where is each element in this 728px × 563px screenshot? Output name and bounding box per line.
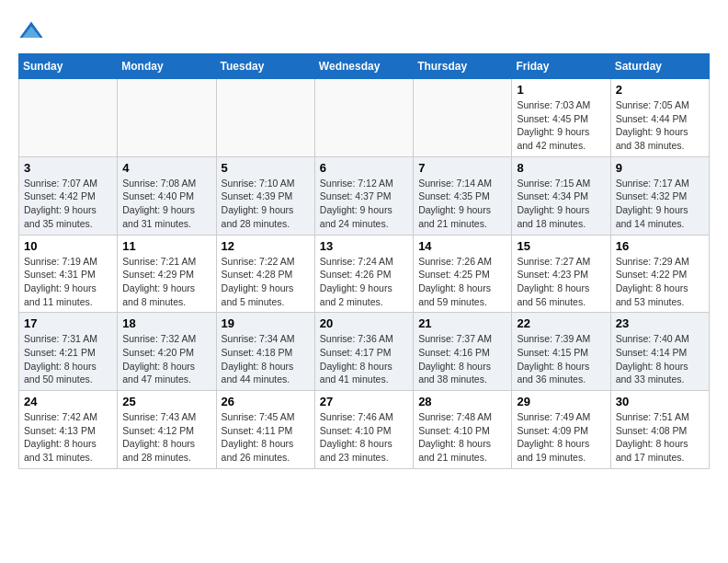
day-info: Sunrise: 7:42 AM Sunset: 4:13 PM Dayligh… [24, 410, 112, 465]
day-info: Sunrise: 7:17 AM Sunset: 4:32 PM Dayligh… [616, 177, 704, 231]
day-number: 11 [122, 239, 210, 253]
day-info: Sunrise: 7:51 AM Sunset: 4:08 PM Dayligh… [616, 410, 704, 465]
calendar-day-5: 5Sunrise: 7:10 AM Sunset: 4:39 PM Daylig… [216, 156, 314, 235]
day-info: Sunrise: 7:12 AM Sunset: 4:37 PM Dayligh… [320, 177, 408, 231]
calendar-week-row: 17Sunrise: 7:31 AM Sunset: 4:21 PM Dayli… [19, 313, 710, 391]
day-number: 1 [517, 83, 605, 97]
day-info: Sunrise: 7:14 AM Sunset: 4:35 PM Dayligh… [418, 177, 506, 231]
day-number: 20 [320, 316, 408, 330]
day-number: 30 [616, 395, 704, 408]
calendar-day-13: 13Sunrise: 7:24 AM Sunset: 4:26 PM Dayli… [314, 235, 413, 313]
day-number: 10 [24, 239, 112, 253]
calendar-day-20: 20Sunrise: 7:36 AM Sunset: 4:17 PM Dayli… [314, 313, 413, 391]
day-info: Sunrise: 7:36 AM Sunset: 4:17 PM Dayligh… [320, 332, 408, 386]
calendar-day-empty [118, 79, 216, 157]
calendar-day-29: 29Sunrise: 7:49 AM Sunset: 4:09 PM Dayli… [512, 391, 610, 469]
day-info: Sunrise: 7:05 AM Sunset: 4:44 PM Dayligh… [616, 98, 704, 153]
calendar-day-19: 19Sunrise: 7:34 AM Sunset: 4:18 PM Dayli… [216, 313, 314, 391]
weekday-header-thursday: Thursday [414, 54, 512, 79]
logo [18, 18, 48, 44]
weekday-header-friday: Friday [512, 54, 610, 79]
day-info: Sunrise: 7:07 AM Sunset: 4:42 PM Dayligh… [24, 177, 112, 231]
calendar-week-row: 24Sunrise: 7:42 AM Sunset: 4:13 PM Dayli… [19, 391, 710, 469]
day-number: 22 [517, 316, 605, 330]
day-info: Sunrise: 7:10 AM Sunset: 4:39 PM Dayligh… [222, 177, 310, 231]
day-number: 12 [222, 239, 310, 253]
calendar-day-2: 2Sunrise: 7:05 AM Sunset: 4:44 PM Daylig… [610, 79, 709, 157]
calendar-day-30: 30Sunrise: 7:51 AM Sunset: 4:08 PM Dayli… [610, 391, 709, 469]
day-info: Sunrise: 7:32 AM Sunset: 4:20 PM Dayligh… [122, 332, 210, 386]
day-info: Sunrise: 7:26 AM Sunset: 4:25 PM Dayligh… [418, 255, 506, 309]
calendar-day-empty [216, 79, 314, 157]
calendar-day-23: 23Sunrise: 7:40 AM Sunset: 4:14 PM Dayli… [610, 313, 709, 391]
calendar-day-12: 12Sunrise: 7:22 AM Sunset: 4:28 PM Dayli… [216, 235, 314, 313]
day-number: 28 [418, 395, 506, 408]
logo-icon [18, 18, 44, 44]
calendar-day-14: 14Sunrise: 7:26 AM Sunset: 4:25 PM Dayli… [414, 235, 512, 313]
calendar-day-15: 15Sunrise: 7:27 AM Sunset: 4:23 PM Dayli… [512, 235, 610, 313]
calendar-day-25: 25Sunrise: 7:43 AM Sunset: 4:12 PM Dayli… [118, 391, 216, 469]
calendar-day-empty [414, 79, 512, 157]
day-number: 21 [418, 316, 506, 330]
calendar-week-row: 10Sunrise: 7:19 AM Sunset: 4:31 PM Dayli… [19, 235, 710, 313]
day-info: Sunrise: 7:19 AM Sunset: 4:31 PM Dayligh… [24, 255, 112, 309]
day-number: 6 [320, 161, 408, 175]
day-number: 13 [320, 239, 408, 253]
calendar-header-row: SundayMondayTuesdayWednesdayThursdayFrid… [19, 54, 710, 79]
calendar-day-9: 9Sunrise: 7:17 AM Sunset: 4:32 PM Daylig… [610, 156, 709, 235]
day-info: Sunrise: 7:24 AM Sunset: 4:26 PM Dayligh… [320, 255, 408, 309]
day-number: 18 [122, 316, 210, 330]
day-number: 14 [418, 239, 506, 253]
day-number: 4 [122, 161, 210, 175]
calendar-day-11: 11Sunrise: 7:21 AM Sunset: 4:29 PM Dayli… [118, 235, 216, 313]
calendar-day-8: 8Sunrise: 7:15 AM Sunset: 4:34 PM Daylig… [512, 156, 610, 235]
calendar-day-4: 4Sunrise: 7:08 AM Sunset: 4:40 PM Daylig… [118, 156, 216, 235]
day-info: Sunrise: 7:21 AM Sunset: 4:29 PM Dayligh… [122, 255, 210, 309]
page-header [18, 18, 710, 44]
calendar-day-1: 1Sunrise: 7:03 AM Sunset: 4:45 PM Daylig… [512, 79, 610, 157]
day-number: 17 [24, 316, 112, 330]
day-info: Sunrise: 7:46 AM Sunset: 4:10 PM Dayligh… [320, 410, 408, 465]
day-info: Sunrise: 7:15 AM Sunset: 4:34 PM Dayligh… [517, 177, 605, 231]
weekday-header-saturday: Saturday [610, 54, 709, 79]
day-number: 26 [222, 395, 310, 408]
weekday-header-wednesday: Wednesday [314, 54, 413, 79]
day-info: Sunrise: 7:48 AM Sunset: 4:10 PM Dayligh… [418, 410, 506, 465]
calendar-day-7: 7Sunrise: 7:14 AM Sunset: 4:35 PM Daylig… [414, 156, 512, 235]
day-info: Sunrise: 7:31 AM Sunset: 4:21 PM Dayligh… [24, 332, 112, 386]
calendar-day-3: 3Sunrise: 7:07 AM Sunset: 4:42 PM Daylig… [19, 156, 118, 235]
day-info: Sunrise: 7:08 AM Sunset: 4:40 PM Dayligh… [122, 177, 210, 231]
day-info: Sunrise: 7:39 AM Sunset: 4:15 PM Dayligh… [517, 332, 605, 386]
day-number: 27 [320, 395, 408, 408]
calendar-week-row: 3Sunrise: 7:07 AM Sunset: 4:42 PM Daylig… [19, 156, 710, 235]
day-number: 29 [517, 395, 605, 408]
day-number: 3 [24, 161, 112, 175]
day-info: Sunrise: 7:43 AM Sunset: 4:12 PM Dayligh… [122, 410, 210, 465]
day-info: Sunrise: 7:37 AM Sunset: 4:16 PM Dayligh… [418, 332, 506, 386]
weekday-header-monday: Monday [118, 54, 216, 79]
calendar-day-28: 28Sunrise: 7:48 AM Sunset: 4:10 PM Dayli… [414, 391, 512, 469]
day-number: 15 [517, 239, 605, 253]
day-info: Sunrise: 7:40 AM Sunset: 4:14 PM Dayligh… [616, 332, 704, 386]
calendar-day-27: 27Sunrise: 7:46 AM Sunset: 4:10 PM Dayli… [314, 391, 413, 469]
day-info: Sunrise: 7:49 AM Sunset: 4:09 PM Dayligh… [517, 410, 605, 465]
day-info: Sunrise: 7:34 AM Sunset: 4:18 PM Dayligh… [222, 332, 310, 386]
calendar-day-18: 18Sunrise: 7:32 AM Sunset: 4:20 PM Dayli… [118, 313, 216, 391]
calendar-table: SundayMondayTuesdayWednesdayThursdayFrid… [18, 53, 710, 469]
day-info: Sunrise: 7:03 AM Sunset: 4:45 PM Dayligh… [517, 98, 605, 153]
calendar-day-22: 22Sunrise: 7:39 AM Sunset: 4:15 PM Dayli… [512, 313, 610, 391]
calendar-week-row: 1Sunrise: 7:03 AM Sunset: 4:45 PM Daylig… [19, 79, 710, 157]
day-number: 5 [222, 161, 310, 175]
day-info: Sunrise: 7:45 AM Sunset: 4:11 PM Dayligh… [222, 410, 310, 465]
weekday-header-sunday: Sunday [19, 54, 118, 79]
day-info: Sunrise: 7:29 AM Sunset: 4:22 PM Dayligh… [616, 255, 704, 309]
calendar-day-10: 10Sunrise: 7:19 AM Sunset: 4:31 PM Dayli… [19, 235, 118, 313]
calendar-day-6: 6Sunrise: 7:12 AM Sunset: 4:37 PM Daylig… [314, 156, 413, 235]
calendar-day-21: 21Sunrise: 7:37 AM Sunset: 4:16 PM Dayli… [414, 313, 512, 391]
day-info: Sunrise: 7:27 AM Sunset: 4:23 PM Dayligh… [517, 255, 605, 309]
calendar-day-17: 17Sunrise: 7:31 AM Sunset: 4:21 PM Dayli… [19, 313, 118, 391]
day-number: 24 [24, 395, 112, 408]
day-number: 8 [517, 161, 605, 175]
calendar-day-empty [19, 79, 118, 157]
calendar-day-16: 16Sunrise: 7:29 AM Sunset: 4:22 PM Dayli… [610, 235, 709, 313]
